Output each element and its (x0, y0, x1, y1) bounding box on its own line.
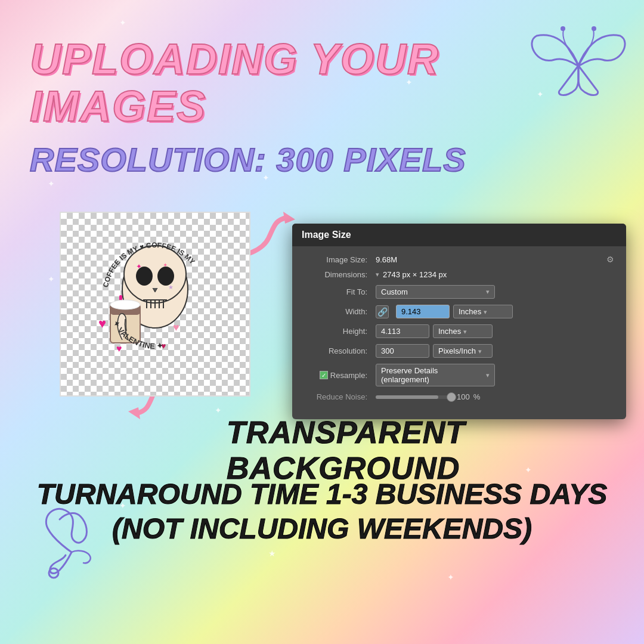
reduce-noise-unit: % (473, 392, 481, 401)
svg-text:★: ★ (168, 284, 174, 290)
resample-checkbox[interactable]: ✓ (320, 371, 328, 379)
svg-point-1 (592, 26, 596, 31)
svg-text:✦: ✦ (163, 262, 168, 268)
fit-to-row: Fit To: Custom ▾ (304, 285, 614, 299)
width-label: Width: (304, 307, 376, 316)
star-decoration: ✦ (215, 405, 222, 415)
chevron-down-icon: ▾ (486, 371, 490, 379)
image-size-row: Image Size: 9.68M ⚙ (304, 255, 614, 264)
chevron-down-icon: ▾ (486, 288, 490, 296)
gear-icon[interactable]: ⚙ (606, 255, 614, 264)
svg-point-0 (561, 26, 565, 31)
svg-marker-4 (128, 407, 140, 419)
height-unit: Inches (438, 327, 461, 336)
star-decoration: ★ (268, 549, 276, 558)
turnaround-text: Turnaround Time 1-3 Business Days (Not I… (30, 477, 614, 546)
fit-to-value: Custom (381, 287, 408, 296)
resolution-input[interactable]: 300 (376, 344, 429, 358)
reduce-noise-row: Reduce Noise: 100 % (304, 392, 614, 401)
dialog-title: Image Size (292, 224, 626, 246)
dimensions-value: 2743 px × 1234 px (383, 270, 447, 279)
resolution-unit-select[interactable]: Pixels/Inch ▾ (433, 344, 493, 358)
height-unit-select[interactable]: Inches ▾ (433, 324, 493, 338)
photoshop-dialog: Image Size Image Size: 9.68M ⚙ Dimension… (292, 224, 626, 419)
main-canvas: ✦ ✦ ★ ✦ ✦ ✦ ✦ ★ ✦ ✦ ★ ✦ ✦ ★ ✦ ✦ (0, 0, 644, 644)
height-row: Height: 4.113 Inches ▾ (304, 324, 614, 338)
dimensions-row: Dimensions: ▾ 2743 px × 1234 px (304, 270, 614, 279)
svg-text:♥: ♥ (98, 316, 106, 331)
main-title: Uploading Your Images (30, 36, 555, 130)
fit-to-select[interactable]: Custom ▾ (376, 285, 495, 299)
width-unit: Inches (459, 307, 481, 316)
star-decoration: ✦ (447, 572, 454, 582)
chevron-icon[interactable]: ▾ (376, 271, 379, 278)
image-size-value: 9.68M (376, 255, 397, 264)
height-label: Height: (304, 327, 376, 336)
svg-marker-3 (283, 212, 295, 224)
star-decoration: ✦ (48, 179, 55, 188)
resolution-row: Resolution: 300 Pixels/Inch ▾ (304, 344, 614, 358)
height-input[interactable]: 4.113 (376, 324, 429, 338)
star-decoration: ✦ (119, 18, 126, 27)
resolution-label: Resolution: (304, 346, 376, 355)
turnaround-line2: (Not Including Weekends) (30, 512, 614, 546)
reduce-noise-label: Reduce Noise: (304, 392, 376, 401)
reduce-noise-value: 100 (457, 392, 470, 401)
fit-to-label: Fit To: (304, 287, 376, 296)
dimensions-label: Dimensions: (304, 270, 376, 279)
width-row: Width: 🔗 9.143 Inches ▾ (304, 305, 614, 318)
resample-select[interactable]: Preserve Details (enlargement) ▾ (376, 364, 495, 386)
resample-value: Preserve Details (enlargement) (381, 366, 486, 384)
svg-text:♥: ♥ (116, 343, 122, 354)
dialog-body: Image Size: 9.68M ⚙ Dimensions: ▾ 2743 p… (292, 246, 626, 419)
resolution-unit: Pixels/Inch (438, 346, 476, 355)
svg-text:✦: ✦ (136, 262, 142, 271)
resolution-title: Resolution: 300 Pixels (30, 140, 466, 179)
svg-text:♥: ♥ (173, 321, 179, 333)
width-unit-select[interactable]: Inches ▾ (453, 305, 513, 318)
resample-row: ✓ Resample: Preserve Details (enlargemen… (304, 364, 614, 386)
image-preview: ✦ ✦ ★ ♥ ♥ ♥ ♥ COFFEE IS MY ♥ C (60, 212, 250, 397)
turnaround-line1: Turnaround Time 1-3 Business Days (30, 477, 614, 512)
width-input[interactable]: 9.143 (396, 305, 450, 318)
svg-point-21 (110, 300, 140, 309)
image-size-label: Image Size: (304, 255, 376, 264)
svg-point-8 (157, 267, 174, 286)
link-icon[interactable]: 🔗 (376, 305, 389, 318)
star-decoration: ✦ (48, 274, 55, 284)
resample-label: Resample: (330, 371, 367, 380)
resample-label-area: ✓ Resample: (304, 371, 376, 380)
transparent-background-text: Transparent Background (227, 414, 644, 486)
